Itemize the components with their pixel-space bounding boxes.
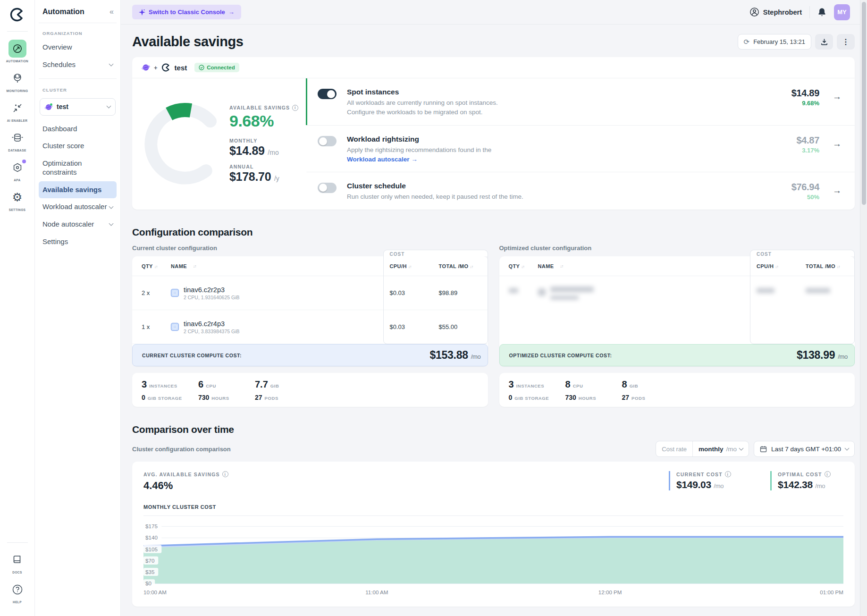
sidebar-item-node-autoscaler[interactable]: Node autoscaler: [39, 216, 117, 233]
stat-gib: 7.7GIB: [255, 379, 479, 390]
sidebar-title: Automation: [42, 8, 84, 16]
optimized-compute-cost-footer: OPTIMIZED CLUSTER COMPUTE COST: $138.99 …: [499, 344, 855, 366]
sidebar-item-overview[interactable]: Overview: [39, 39, 117, 56]
cost-rate-select[interactable]: Cost rate monthly/mo: [656, 441, 749, 457]
database-icon: [8, 129, 26, 147]
sidebar-divider: [39, 78, 117, 79]
page-scrollbar: [860, 0, 867, 616]
sidebar-item-optimization-constraints[interactable]: Optimization constraints: [39, 155, 117, 181]
stat-gib: 8GIB: [622, 379, 846, 390]
app-logo-icon[interactable]: [9, 7, 25, 25]
sidebar-item-schedules[interactable]: Schedules: [39, 56, 117, 74]
collapse-sidebar-icon[interactable]: «: [109, 8, 114, 16]
info-icon[interactable]: i: [825, 471, 831, 477]
toggle-title: Spot instances: [347, 88, 767, 96]
avatar[interactable]: MY: [834, 4, 850, 20]
table-header: QTY↓↑ NAME↓↑ CPU/H↓↑ TOTAL /MO↓↑: [499, 256, 855, 276]
switch-to-classic-console-button[interactable]: Switch to Classic Console →: [132, 5, 241, 19]
workload-rightsizing-toggle[interactable]: [318, 136, 337, 146]
info-icon[interactable]: i: [292, 105, 298, 111]
cloud-provider-icon: [142, 63, 150, 72]
svg-text:11:00 AM: 11:00 AM: [365, 590, 388, 596]
avg-available-savings: AVG. AVAILABLE SAVINGSi 4.46%: [143, 471, 640, 492]
notifications-bell-icon[interactable]: [817, 8, 826, 17]
chevron-down-icon: [107, 104, 111, 109]
current-cluster-stats: 3INSTANCES 6CPU 7.7GIB 0GIB STORAGE 730H…: [132, 373, 488, 407]
more-options-button[interactable]: ⋮: [837, 34, 855, 50]
table-header: QTY↓↑ NAME↓↑ CPU/H↓↑ TOTAL /MO↓↑: [132, 256, 488, 276]
cast-logo-icon: [161, 63, 171, 72]
scrollbar-thumb[interactable]: [862, 2, 866, 205]
sort-cpu[interactable]: CPU/H↓↑: [750, 263, 803, 269]
available-savings-card: + test Connected: [132, 57, 855, 210]
rail-item-apa[interactable]: APA: [2, 159, 33, 182]
sort-total[interactable]: TOTAL /MO↓↑: [436, 263, 488, 269]
rail-item-help[interactable]: HELP: [2, 581, 33, 604]
available-savings-label: AVAILABLE SAVINGSi: [229, 105, 298, 111]
rail-item-settings[interactable]: ⚙ SETTINGS: [2, 188, 33, 211]
redacted-table-row: [499, 276, 855, 344]
username: Stephrobert: [763, 8, 802, 16]
sort-qty[interactable]: QTY↓↑: [509, 263, 538, 269]
sort-cpu[interactable]: CPU/H↓↑: [383, 263, 436, 269]
info-icon[interactable]: i: [725, 471, 731, 477]
cluster-provider-icon: [45, 103, 53, 111]
topbar-divider: [809, 6, 810, 18]
rail-item-ai-enabler[interactable]: AI ENABLER: [2, 99, 33, 122]
arrow-right-icon: →: [228, 8, 235, 16]
user-icon: [749, 7, 759, 17]
annual-label: ANNUAL: [229, 164, 298, 169]
sidebar-item-cluster-score[interactable]: Cluster score: [39, 137, 117, 155]
sort-qty[interactable]: QTY↓↑: [142, 263, 171, 269]
chart-top-border: [143, 515, 843, 516]
toggle-savings-value: $4.87 3.17%: [767, 135, 819, 154]
rail-item-docs[interactable]: DOCS: [2, 551, 33, 574]
stat-pods: 27PODS: [255, 394, 479, 401]
available-savings-percent: 9.68%: [229, 112, 298, 130]
page-content: Available savings ⟳ February 15, 13:21 ⋮: [121, 25, 867, 616]
current-cluster-panel: Current cluster configuration COST QTY↓↑…: [132, 245, 488, 407]
download-icon: [821, 38, 828, 45]
sidebar-item-settings[interactable]: Settings: [39, 233, 117, 251]
workload-autoscaler-link[interactable]: Workload autoscaler →: [347, 156, 418, 163]
rail-label: AUTOMATION: [6, 59, 28, 63]
date-range-select[interactable]: Last 7 days GMT +01:00: [754, 441, 855, 457]
cluster-schedule-toggle[interactable]: [318, 183, 337, 193]
spot-instances-toggle[interactable]: [318, 89, 337, 99]
rail-label: DATABASE: [8, 149, 26, 152]
arrow-right-icon[interactable]: →: [833, 92, 842, 102]
cluster-schedule-row: Cluster schedule Run cluster only when n…: [306, 172, 855, 210]
sort-icon: ↓↑: [408, 264, 412, 269]
sidebar-item-dashboard[interactable]: Dashboard: [39, 120, 117, 138]
sort-icon: ↓↑: [560, 264, 564, 269]
stat-instances: 3INSTANCES: [509, 379, 565, 390]
sort-icon: ↓↑: [837, 264, 840, 269]
rail-item-database[interactable]: DATABASE: [2, 129, 33, 152]
check-circle-icon: [199, 65, 204, 70]
savings-gauge: [143, 97, 227, 191]
svg-text:$175: $175: [145, 523, 158, 529]
download-button[interactable]: [815, 34, 833, 50]
info-icon[interactable]: i: [222, 471, 228, 477]
sidebar-item-available-savings[interactable]: Available savings: [39, 181, 117, 199]
sort-name[interactable]: NAME↓↑: [538, 263, 750, 269]
sidebar-item-workload-autoscaler[interactable]: Workload autoscaler: [39, 198, 117, 216]
refresh-timestamp-button[interactable]: ⟳ February 15, 13:21: [738, 34, 811, 50]
arrow-right-icon[interactable]: →: [833, 186, 842, 196]
user-menu[interactable]: Stephrobert: [749, 7, 802, 17]
svg-text:$35: $35: [145, 569, 154, 575]
sort-icon: ↓↑: [154, 264, 158, 269]
rail-item-monitoring[interactable]: MONITORING: [2, 69, 33, 93]
cluster-select[interactable]: test: [40, 98, 116, 116]
rail-item-automation[interactable]: AUTOMATION: [2, 40, 33, 63]
stat-storage: 0GIB STORAGE: [142, 394, 198, 401]
toggle-description: Run cluster only when needed, keep it pa…: [347, 192, 767, 202]
stat-cpu: 6CPU: [198, 379, 255, 390]
svg-text:10:00 AM: 10:00 AM: [143, 590, 167, 596]
optimized-cluster-panel: Optimized cluster configuration COST QTY…: [499, 245, 855, 407]
refresh-icon: ⟳: [744, 38, 750, 46]
sort-total[interactable]: TOTAL /MO↓↑: [803, 263, 855, 269]
arrow-right-icon[interactable]: →: [833, 139, 842, 149]
sort-name[interactable]: NAME↓↑: [171, 263, 383, 269]
toggle-title: Workload rightsizing: [347, 135, 767, 143]
